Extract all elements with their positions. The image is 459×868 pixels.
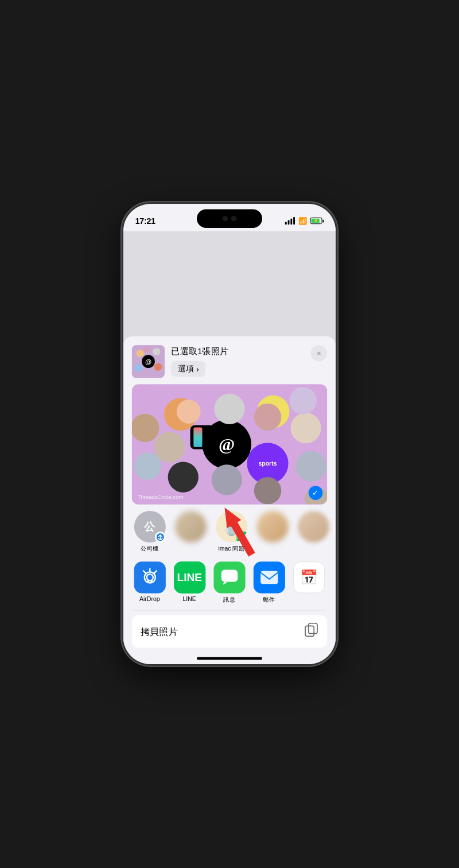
calendar-app-icon: 📅 bbox=[293, 561, 325, 593]
threads-circle-image: @ sports bbox=[132, 385, 327, 505]
copy-icon bbox=[304, 623, 318, 640]
battery-icon: ⚡ bbox=[310, 218, 324, 224]
dynamic-island bbox=[197, 210, 262, 228]
apps-row: AirDrop LINE LINE bbox=[123, 557, 336, 610]
home-bar bbox=[197, 657, 262, 660]
airdrop-app-icon bbox=[134, 561, 165, 593]
svg-text:@: @ bbox=[145, 358, 151, 365]
contact-item-imac[interactable]: 🍵 LINE imac 問題 bbox=[213, 511, 249, 553]
line-label: LINE bbox=[183, 595, 196, 602]
messages-app-icon bbox=[213, 561, 245, 593]
copy-label: 拷貝照片 bbox=[141, 625, 178, 638]
app-item-airdrop[interactable]: AirDrop bbox=[132, 561, 168, 603]
watermark: ThreadsCircle.com bbox=[137, 494, 183, 500]
svg-point-22 bbox=[296, 451, 326, 481]
mail-label: 郵件 bbox=[263, 595, 275, 603]
svg-rect-37 bbox=[309, 623, 317, 634]
contact-label-company: 公司機 bbox=[141, 545, 158, 553]
mail-app-icon bbox=[253, 561, 285, 593]
status-icons: 📶 ⚡ bbox=[285, 216, 324, 224]
svg-point-21 bbox=[290, 413, 321, 443]
image-preview: @ sports bbox=[132, 385, 327, 505]
svg-point-3 bbox=[137, 350, 144, 357]
line-app-icon: LINE bbox=[174, 561, 205, 593]
svg-text:sports: sports bbox=[259, 460, 277, 467]
svg-point-23 bbox=[290, 387, 317, 414]
svg-rect-35 bbox=[221, 570, 238, 582]
svg-point-24 bbox=[212, 464, 242, 495]
svg-point-7 bbox=[144, 346, 150, 352]
divider bbox=[132, 610, 327, 611]
svg-point-31 bbox=[168, 462, 199, 492]
phone-screen: 17:21 📶 ⚡ bbox=[123, 204, 336, 664]
svg-point-14 bbox=[214, 394, 244, 424]
svg-point-28 bbox=[254, 477, 282, 505]
contact-label-imac: imac 問題 bbox=[218, 545, 244, 553]
app-item-mail[interactable]: 郵件 bbox=[251, 561, 287, 603]
svg-point-25 bbox=[177, 400, 201, 424]
svg-rect-17 bbox=[193, 428, 202, 447]
svg-point-30 bbox=[154, 432, 185, 462]
svg-point-4 bbox=[153, 348, 160, 355]
copy-photo-row[interactable]: 拷貝照片 bbox=[132, 615, 327, 648]
svg-point-26 bbox=[132, 414, 160, 442]
airdrop-label: AirDrop bbox=[139, 595, 160, 602]
share-sheet: @ 已選取1張照片 選項 › × bbox=[123, 336, 336, 664]
messages-label: 訊息 bbox=[223, 595, 235, 603]
wifi-icon: 📶 bbox=[298, 216, 307, 224]
contact-item-5[interactable]: - bbox=[295, 511, 331, 553]
contact-item-4[interactable]: - bbox=[255, 511, 290, 553]
app-item-messages[interactable]: 訊息 bbox=[212, 561, 247, 603]
svg-rect-36 bbox=[260, 571, 278, 584]
selection-check: ✓ bbox=[309, 486, 323, 500]
close-button[interactable]: × bbox=[311, 345, 328, 362]
svg-point-20 bbox=[254, 404, 282, 431]
app-item-line[interactable]: LINE LINE bbox=[172, 561, 207, 603]
share-info: 已選取1張照片 選項 › bbox=[171, 346, 327, 377]
airdrop-badge bbox=[154, 532, 165, 542]
contact-item-company[interactable]: 公 公司機 bbox=[132, 511, 168, 553]
phone-frame: 17:21 📶 ⚡ bbox=[123, 204, 336, 664]
signal-icon bbox=[285, 217, 295, 224]
svg-point-27 bbox=[134, 452, 162, 480]
svg-rect-38 bbox=[305, 626, 314, 636]
app-item-calendar[interactable]: 📅 bbox=[291, 561, 326, 603]
contacts-row: 公 公司機 - bbox=[123, 505, 336, 557]
svg-point-6 bbox=[135, 364, 142, 371]
share-title: 已選取1張照片 bbox=[171, 346, 327, 358]
svg-point-5 bbox=[154, 363, 162, 371]
contact-item-2[interactable]: - bbox=[173, 511, 208, 553]
share-options-button[interactable]: 選項 › bbox=[171, 361, 205, 377]
status-time: 17:21 bbox=[135, 216, 155, 225]
svg-text:@: @ bbox=[219, 435, 235, 454]
share-header: @ 已選取1張照片 選項 › × bbox=[123, 336, 336, 385]
share-preview-thumbnail: @ bbox=[132, 345, 165, 378]
